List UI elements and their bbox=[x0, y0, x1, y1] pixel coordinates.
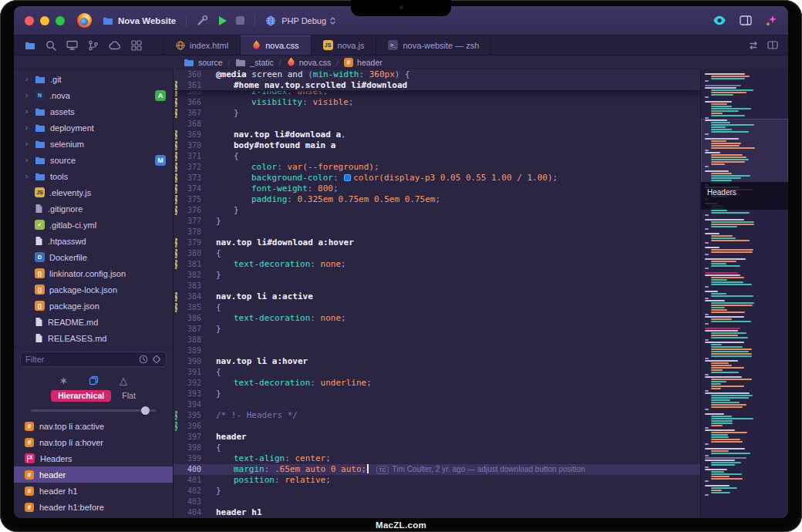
toggle-panel-icon[interactable] bbox=[740, 15, 752, 25]
code-line[interactable]: 371{ bbox=[174, 151, 700, 162]
filter-input[interactable] bbox=[25, 355, 135, 364]
tree-file--gitlab-ci-yml[interactable]: ✓.gitlab-ci.yml bbox=[14, 217, 173, 233]
tree-folder-tools[interactable]: ›tools bbox=[14, 168, 173, 184]
symbol-row[interactable]: #nav.top li a:active bbox=[14, 418, 173, 434]
run-configuration-select[interactable]: PHP Debug bbox=[281, 16, 326, 25]
code-line[interactable]: 377} bbox=[174, 216, 700, 227]
tree-file--eleventy-js[interactable]: JS.eleventy.js bbox=[14, 184, 173, 200]
tree-folder--git[interactable]: ›.git bbox=[14, 71, 173, 87]
symbol-row[interactable]: #header h1 bbox=[14, 483, 173, 499]
symbols-group-icon[interactable] bbox=[89, 375, 99, 386]
tree-file--htpasswd[interactable]: .htpasswd bbox=[14, 233, 173, 249]
reports-icon[interactable] bbox=[131, 40, 142, 51]
stop-button[interactable] bbox=[236, 16, 244, 25]
code-line[interactable]: 387} bbox=[174, 324, 700, 335]
recent-clock-icon[interactable] bbox=[139, 355, 148, 364]
minimap[interactable]: Headers bbox=[700, 69, 788, 518]
code-line[interactable]: 375padding: 0.325em 0.75em 0.5em 0.75em; bbox=[174, 194, 700, 205]
code-line[interactable]: 368 bbox=[174, 119, 700, 130]
code-line[interactable]: 391{ bbox=[174, 367, 700, 378]
symbol-row[interactable] bbox=[14, 515, 173, 518]
code-line[interactable]: 382} bbox=[174, 270, 700, 281]
files-icon[interactable] bbox=[25, 41, 35, 50]
breadcrumb-item[interactable]: #header bbox=[344, 58, 382, 67]
code-line[interactable]: 370body#notfound main a bbox=[174, 140, 700, 151]
code-line[interactable]: 361#home nav.top.scrolled li#download bbox=[174, 80, 700, 91]
tools-icon[interactable] bbox=[197, 15, 208, 26]
tree-file-dockerfile[interactable]: DDockerfile bbox=[14, 249, 173, 265]
close-button[interactable] bbox=[25, 16, 34, 25]
tab-index-html[interactable]: index.html bbox=[163, 35, 240, 55]
code-line[interactable]: 376} bbox=[174, 205, 700, 216]
remote-icon[interactable] bbox=[66, 40, 78, 50]
depth-slider[interactable] bbox=[31, 404, 156, 416]
code-line[interactable]: 394 bbox=[174, 399, 700, 410]
tab-nova-css[interactable]: nova.css bbox=[240, 35, 310, 55]
breadcrumb-item[interactable]: nova.css bbox=[287, 57, 331, 67]
browser-icon[interactable] bbox=[77, 13, 92, 28]
switch-editors-icon[interactable] bbox=[748, 41, 759, 50]
preview-eye-icon[interactable] bbox=[713, 15, 726, 25]
code-line[interactable]: 380{ bbox=[174, 248, 700, 259]
breadcrumb-item[interactable]: _static bbox=[235, 58, 273, 67]
symbol-row[interactable]: #nav.top li a:hover bbox=[14, 434, 173, 450]
code-line[interactable]: 402} bbox=[174, 486, 700, 497]
code-line[interactable]: 390nav.top li a:hover bbox=[174, 356, 700, 367]
cloud-sync-icon[interactable] bbox=[109, 41, 121, 50]
code-line[interactable]: 372color: var(--foreground); bbox=[174, 162, 700, 173]
symbols-view-hierarchical[interactable]: Hierarchical bbox=[51, 390, 111, 402]
tree-file-readme-md[interactable]: README.md bbox=[14, 314, 173, 330]
symbol-row[interactable]: #header h1:before bbox=[14, 499, 173, 515]
code-line[interactable]: 386text-decoration: none; bbox=[174, 313, 700, 324]
tree-folder-selenium[interactable]: ›selenium bbox=[14, 136, 173, 152]
tree-folder-assets[interactable]: ›assets bbox=[14, 103, 173, 120]
run-button[interactable] bbox=[219, 16, 227, 25]
slider-handle[interactable] bbox=[141, 406, 150, 415]
code-line[interactable]: 374font-weight: 800; bbox=[174, 184, 700, 194]
code-line[interactable]: 398{ bbox=[174, 443, 700, 453]
code-line[interactable]: 373background-color: color(display-p3 0.… bbox=[174, 173, 700, 184]
code-line[interactable]: 389 bbox=[174, 345, 700, 356]
source-control-icon[interactable] bbox=[88, 40, 99, 51]
code-line[interactable]: 388 bbox=[174, 335, 700, 345]
code-line[interactable]: 392text-decoration: underline; bbox=[174, 378, 700, 389]
symbols-view-flat[interactable]: Flat bbox=[122, 391, 136, 400]
code-line[interactable]: 404header h1 bbox=[174, 507, 700, 518]
code-line[interactable]: 367} bbox=[174, 108, 700, 119]
code-line[interactable]: 399text-align: center; bbox=[174, 453, 700, 464]
tree-folder-deployment[interactable]: ›deployment bbox=[14, 120, 173, 136]
code-editor[interactable]: 365z-index: unset;366visibility: visible… bbox=[174, 69, 700, 518]
symbols-issues-icon[interactable]: △ bbox=[120, 375, 127, 386]
sparkle-icon[interactable] bbox=[765, 15, 777, 27]
breadcrumb-item[interactable]: source bbox=[184, 58, 223, 67]
tree-file-releases-md[interactable]: RELEASES.md bbox=[14, 330, 173, 346]
code-line[interactable]: 401position: relative; bbox=[174, 475, 700, 486]
tree-folder-source[interactable]: ›sourceM bbox=[14, 152, 173, 168]
search-icon[interactable] bbox=[45, 40, 56, 51]
filter-diamond-icon[interactable] bbox=[152, 355, 161, 364]
tab-nova-js[interactable]: JSnova.js bbox=[311, 35, 376, 55]
tree-file-package-lock-json[interactable]: {}package-lock.json bbox=[14, 281, 173, 298]
tree-folder--nova[interactable]: ›N.novaA bbox=[14, 87, 173, 103]
symbols-filter-icon[interactable]: ∗ bbox=[59, 375, 68, 386]
code-line[interactable]: 384nav.top li a:active bbox=[174, 291, 700, 302]
code-line[interactable]: 385{ bbox=[174, 302, 700, 313]
split-view-icon[interactable] bbox=[767, 41, 778, 49]
code-line[interactable]: 396 bbox=[174, 421, 700, 432]
symbol-row[interactable]: Headers bbox=[14, 450, 173, 466]
code-line[interactable]: 369nav.top li#download a, bbox=[174, 130, 700, 140]
tab-nova-website-zsh[interactable]: >_nova-website — zsh bbox=[376, 35, 491, 55]
code-line[interactable]: 393} bbox=[174, 389, 700, 399]
project-name[interactable]: Nova Website bbox=[118, 16, 176, 25]
code-line[interactable]: 395/* !- Headers */ bbox=[174, 410, 700, 421]
filter-box[interactable] bbox=[20, 352, 167, 367]
tree-file-package-json[interactable]: {}package.json bbox=[14, 298, 173, 314]
code-line[interactable]: 400margin: .65em auto 0 auto;TCTim Coult… bbox=[174, 464, 700, 475]
code-line[interactable]: 383 bbox=[174, 281, 700, 291]
chevron-updown-icon[interactable] bbox=[329, 15, 336, 26]
code-line[interactable]: 381text-decoration: none; bbox=[174, 259, 700, 270]
code-line[interactable]: 378 bbox=[174, 227, 700, 237]
code-line[interactable]: 379nav.top li#download a:hover bbox=[174, 237, 700, 248]
tree-file-linkinator-config-json[interactable]: {}linkinator.config.json bbox=[14, 265, 173, 281]
symbol-row[interactable]: #header bbox=[14, 466, 173, 483]
